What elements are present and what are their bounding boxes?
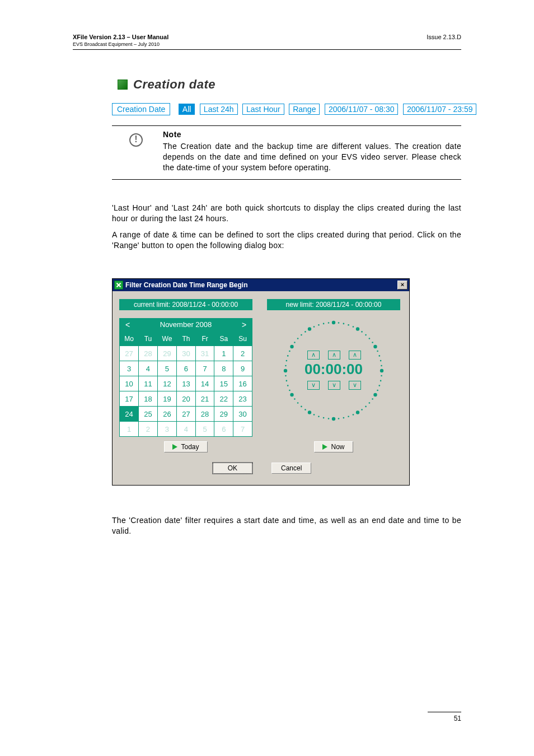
svg-point-54 (305, 331, 306, 333)
calendar-day[interactable]: 1 (214, 346, 233, 361)
toolbar-range-button[interactable]: Range (289, 104, 320, 115)
calendar-day[interactable]: 3 (120, 361, 139, 376)
second-down-button[interactable]: ∨ (349, 381, 361, 390)
calendar-day[interactable]: 7 (195, 361, 214, 376)
today-button[interactable]: Today (164, 441, 207, 452)
calendar-day[interactable]: 11 (139, 376, 158, 391)
dialog-title: Filter Creation Date Time Range Begin (125, 281, 248, 289)
calendar-day[interactable]: 16 (233, 376, 252, 391)
calendar-day[interactable]: 4 (177, 422, 196, 437)
header-rule (73, 49, 461, 50)
calendar-day[interactable]: 9 (233, 361, 252, 376)
svg-point-3 (348, 324, 349, 326)
svg-point-11 (377, 351, 378, 352)
svg-point-10 (373, 345, 377, 348)
calendar-day[interactable]: 6 (214, 422, 233, 437)
calendar-day[interactable]: 14 (195, 376, 214, 391)
ok-button[interactable]: OK (213, 463, 252, 474)
calendar-day[interactable]: 15 (214, 376, 233, 391)
calendar-day[interactable]: 28 (139, 346, 158, 361)
calendar-day[interactable]: 5 (195, 422, 214, 437)
calendar-day[interactable]: 3 (157, 422, 176, 437)
calendar-day[interactable]: 10 (120, 376, 139, 391)
svg-point-32 (323, 417, 325, 419)
calendar-day[interactable]: 29 (214, 407, 233, 422)
toolbar-range-start[interactable]: 2006/11/07 - 08:30 (325, 104, 399, 115)
calendar-day[interactable]: 27 (177, 407, 196, 422)
calendar-month-label: November 2008 (136, 318, 236, 332)
svg-point-5 (356, 327, 359, 330)
now-button[interactable]: Now (314, 441, 353, 452)
calendar-day[interactable]: 24 (120, 407, 139, 422)
toolbar-lasthour-button[interactable]: Last Hour (242, 104, 284, 115)
calendar-next-button[interactable]: > (236, 318, 252, 332)
calendar-day[interactable]: 25 (139, 407, 158, 422)
minute-up-button[interactable]: ∧ (328, 351, 340, 360)
calendar-day[interactable]: 13 (177, 376, 196, 391)
close-icon[interactable]: × (397, 281, 407, 290)
calendar-day[interactable]: 1 (120, 422, 139, 437)
toolbar-all-button[interactable]: All (179, 104, 195, 115)
hour-down-button[interactable]: ∨ (307, 381, 320, 390)
second-up-button[interactable]: ∧ (349, 351, 361, 360)
calendar-day[interactable]: 5 (157, 361, 176, 376)
note-icon: ! (128, 133, 144, 147)
svg-point-9 (372, 342, 373, 343)
calendar-day[interactable]: 18 (139, 391, 158, 407)
calendar-day[interactable]: 21 (195, 391, 214, 407)
svg-point-7 (365, 334, 367, 336)
footer-rule (428, 712, 461, 712)
svg-point-19 (377, 390, 378, 391)
svg-point-55 (308, 327, 311, 330)
svg-point-30 (332, 417, 335, 421)
arrow-right-icon (322, 444, 327, 450)
calendar-day[interactable]: 31 (195, 346, 214, 361)
calendar-day[interactable]: 8 (214, 361, 233, 376)
calendar-day[interactable]: 30 (177, 346, 196, 361)
calendar-day[interactable]: 19 (157, 391, 176, 407)
calendar-day[interactable]: 30 (233, 407, 252, 422)
svg-point-59 (328, 322, 330, 324)
minute-down-button[interactable]: ∨ (328, 381, 340, 390)
dialog-titlebar: Filter Creation Date Time Range Begin × (113, 279, 409, 291)
svg-point-29 (338, 418, 340, 419)
calendar-day[interactable]: 7 (233, 422, 252, 437)
toolbar-range-end[interactable]: 2006/11/07 - 23:59 (403, 104, 477, 115)
calendar-day[interactable]: 6 (177, 361, 196, 376)
current-limit-display: current limit: 2008/11/24 - 00:00:00 (119, 299, 252, 310)
toolbar-last24h-button[interactable]: Last 24h (200, 104, 238, 115)
calendar-day[interactable]: 2 (233, 346, 252, 361)
calendar-day[interactable]: 22 (214, 391, 233, 407)
paragraph-1: 'Last Hour' and 'Last 24h' are both quic… (112, 203, 461, 224)
calendar-day[interactable]: 26 (157, 407, 176, 422)
calendar-weekday: Fr (195, 332, 214, 346)
svg-point-34 (313, 414, 315, 416)
svg-point-39 (294, 398, 296, 400)
calendar-day[interactable]: 20 (177, 391, 196, 407)
cancel-button[interactable]: Cancel (271, 463, 311, 474)
calendar-day[interactable]: 29 (157, 346, 176, 361)
svg-point-27 (348, 416, 349, 417)
svg-point-50 (290, 345, 293, 348)
calendar-day[interactable]: 4 (139, 361, 158, 376)
calendar-day[interactable]: 28 (195, 407, 214, 422)
svg-point-37 (301, 406, 302, 408)
calendar-prev-button[interactable]: < (119, 318, 136, 332)
header-title-left: XFile Version 2.13 – User Manual (73, 34, 168, 40)
calendar-day[interactable]: 12 (157, 376, 176, 391)
hour-up-button[interactable]: ∧ (307, 351, 320, 360)
calendar-day[interactable]: 27 (120, 346, 139, 361)
svg-point-28 (343, 417, 345, 419)
svg-point-0 (332, 321, 335, 324)
paragraph-3: The 'Creation date' filter requires a st… (112, 515, 461, 536)
header-issue: Issue 2.13.D (427, 34, 461, 40)
svg-point-31 (328, 418, 330, 419)
creation-date-toolbar: Creation Date All Last 24h Last Hour Ran… (112, 103, 479, 115)
calendar-day[interactable]: 17 (120, 391, 139, 407)
svg-point-20 (373, 393, 377, 396)
svg-point-18 (378, 385, 380, 386)
svg-point-41 (289, 390, 291, 391)
calendar-day[interactable]: 23 (233, 391, 252, 407)
calendar-day[interactable]: 2 (139, 422, 158, 437)
svg-point-40 (290, 393, 293, 396)
